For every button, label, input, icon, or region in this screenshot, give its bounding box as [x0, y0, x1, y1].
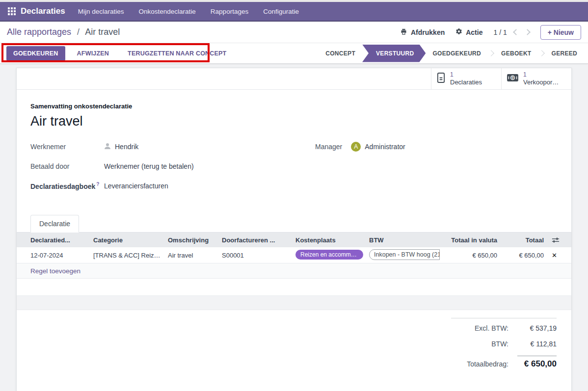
apps-grid-icon[interactable]: [8, 7, 16, 15]
breadcrumb-separator: /: [77, 27, 80, 37]
verkooporders-label: Verkoopor…: [523, 78, 559, 86]
breadcrumb: Alle rapportages / Air travel: [7, 27, 120, 37]
col-header-omschrijving[interactable]: Omschrijving: [165, 236, 219, 244]
expense-line-row[interactable]: 12-07-2024 [TRANS & ACC] Reize… Air trav…: [17, 247, 571, 263]
werknemer-label: Werknemer: [30, 143, 104, 151]
printer-icon: [400, 28, 407, 37]
dagboek-label: Declaratiesdagboek?: [30, 182, 104, 190]
werknemer-value: Hendrik: [115, 143, 138, 151]
control-panel: Alle rapportages / Air travel Afdrukken: [0, 22, 588, 64]
col-header-totaal[interactable]: Totaal: [500, 236, 547, 244]
menu-configuratie[interactable]: Configuratie: [263, 8, 299, 15]
cell-declaratiedatum[interactable]: 12-07-2024: [17, 252, 90, 259]
status-step-concept[interactable]: CONCEPT: [319, 45, 362, 62]
gear-icon: [455, 28, 462, 36]
status-separator-icon: [488, 50, 494, 56]
col-header-btw[interactable]: BTW: [366, 236, 443, 244]
expense-lines-table: Declaratied... Categorie Omschrijving Do…: [17, 233, 571, 310]
pager: 1 / 1: [493, 28, 529, 36]
status-step-goedgekeurd[interactable]: GOEDGEKEURD: [426, 45, 488, 62]
breadcrumb-parent-link[interactable]: Alle rapportages: [7, 27, 71, 37]
dagboek-field[interactable]: Leveranciersfacturen: [104, 182, 168, 190]
control-panel-actions: Afdrukken Actie 1 / 1 + Nieuw: [400, 25, 581, 40]
betaald-door-label: Betaald door: [30, 162, 104, 170]
page-body: 1 Declaraties 0: [0, 64, 588, 391]
breadcrumb-current: Air travel: [85, 27, 120, 37]
optional-columns-icon[interactable]: [547, 237, 571, 243]
pager-prev-icon[interactable]: [513, 29, 519, 35]
status-separator-icon: [538, 50, 545, 56]
summary-field-label: Samenvatting onkostendeclaratie: [30, 103, 558, 110]
dagboek-value: Leveranciersfacturen: [104, 182, 168, 190]
verkooporders-count: 1: [523, 71, 559, 78]
notebook-tabs: Declaratie: [17, 214, 571, 233]
table-header-row: Declaratied... Categorie Omschrijving Do…: [17, 233, 571, 247]
betaald-door-value: Werknemer (terug te betalen): [104, 162, 194, 170]
empty-table-row: [17, 296, 571, 310]
declaraties-count: 1: [450, 71, 482, 78]
app-window: Declaraties Mijn declaraties Onkostendec…: [0, 0, 588, 391]
col-header-doorfactureren[interactable]: Doorfactureren ...: [219, 236, 293, 244]
manager-field[interactable]: A Administrator: [351, 142, 405, 152]
pager-counter: 1 / 1: [493, 28, 507, 36]
col-header-categorie[interactable]: Categorie: [90, 236, 165, 244]
refuse-button[interactable]: AFWIJZEN: [70, 46, 116, 61]
status-step-verstuurd: VERSTUURD: [362, 45, 426, 62]
status-step-geboekt[interactable]: GEBOEKT: [494, 45, 538, 62]
action-menu-button[interactable]: Actie: [455, 28, 482, 36]
cell-omschrijving[interactable]: Air travel: [165, 252, 219, 259]
manager-label: Manager: [315, 143, 342, 151]
form-sheet: 1 Declaraties 0: [16, 68, 572, 391]
excl-btw-value: € 537,19: [517, 324, 557, 332]
btw-label: BTW:: [491, 340, 508, 348]
add-line-link[interactable]: Regel toevoegen: [17, 267, 80, 275]
cell-totaal[interactable]: € 650,00: [500, 252, 547, 259]
totaalbedrag-value: € 650,00: [517, 356, 557, 369]
cell-totaal-valuta[interactable]: € 650,00: [443, 252, 500, 259]
smart-button-box: 1 Declaraties 0: [17, 68, 571, 90]
menu-rapportages[interactable]: Rapportages: [211, 8, 248, 15]
kostenplaats-badge[interactable]: Reizen en accommod…: [295, 250, 363, 260]
new-record-button[interactable]: + Nieuw: [540, 25, 581, 40]
svg-text:0: 0: [511, 76, 513, 80]
btw-tag[interactable]: Inkopen - BTW hoog (21%: [369, 249, 440, 260]
top-navbar: Declaraties Mijn declaraties Onkostendec…: [0, 2, 588, 22]
col-header-totaal-valuta[interactable]: Totaal in valuta: [443, 236, 500, 244]
cell-kostenplaats: Reizen en accommod…: [293, 250, 366, 261]
tab-declaratie[interactable]: Declaratie: [30, 215, 79, 233]
empty-table-row: [17, 279, 571, 296]
manager-avatar: A: [351, 142, 361, 152]
menu-mijn-declaraties[interactable]: Mijn declaraties: [78, 8, 124, 15]
menu-onkostendeclaratie[interactable]: Onkostendeclaratie: [139, 8, 196, 15]
banknote-icon: 0: [507, 73, 519, 84]
col-header-declaratiedatum[interactable]: Declaratied...: [17, 236, 90, 244]
statusbar: CONCEPT VERSTUURD GOEDGEKEURD GEBOEKT GE…: [319, 43, 588, 63]
pager-next-icon[interactable]: [524, 29, 531, 35]
declaraties-label: Declaraties: [450, 78, 482, 86]
help-icon[interactable]: ?: [96, 182, 99, 187]
action-label: Actie: [466, 28, 482, 36]
cell-doorfactureren[interactable]: S00001: [219, 252, 293, 259]
btw-value: € 112,81: [517, 340, 557, 348]
record-action-buttons: GOEDKEUREN AFWIJZEN TERUGZETTEN NAAR CON…: [0, 46, 233, 61]
excl-btw-label: Excl. BTW:: [475, 324, 508, 332]
betaald-door-field[interactable]: Werknemer (terug te betalen): [104, 162, 194, 170]
col-header-kostenplaats[interactable]: Kostenplaats: [293, 236, 366, 244]
approve-button[interactable]: GOEDKEUREN: [6, 46, 65, 61]
print-button[interactable]: Afdrukken: [400, 28, 445, 37]
form-fields-area: Samenvatting onkostendeclaratie Air trav…: [17, 90, 571, 201]
smart-button-verkooporders[interactable]: 0 1 Verkoopor…: [501, 68, 571, 89]
smart-button-declaraties[interactable]: 1 Declaraties: [431, 68, 501, 89]
sheet-bottom-spacer: [17, 373, 571, 391]
app-title[interactable]: Declaraties: [21, 6, 65, 16]
reset-to-draft-button[interactable]: TERUGZETTEN NAAR CONCEPT: [121, 46, 233, 61]
delete-row-icon[interactable]: ✕: [552, 252, 557, 259]
person-icon: [104, 143, 111, 151]
cell-btw: Inkopen - BTW hoog (21%: [366, 249, 443, 261]
add-line-row: Regel toevoegen: [17, 263, 571, 279]
totaalbedrag-label: Totaalbedrag:: [467, 360, 508, 368]
cell-categorie[interactable]: [TRANS & ACC] Reize…: [90, 252, 165, 259]
werknemer-field[interactable]: Hendrik: [104, 143, 138, 151]
status-step-gereed[interactable]: GEREED: [545, 45, 584, 62]
record-title[interactable]: Air travel: [30, 114, 558, 129]
